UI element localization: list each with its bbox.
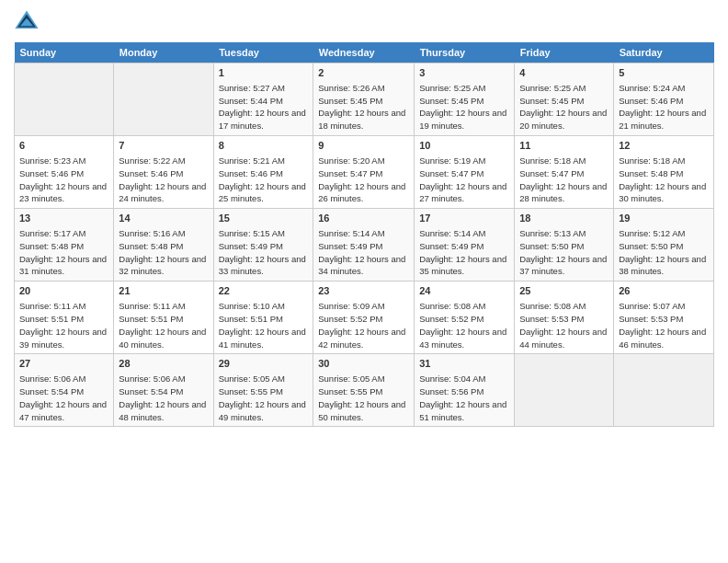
day-number: 3 — [419, 66, 509, 80]
day-number: 19 — [619, 212, 709, 225]
day-info: Sunrise: 5:04 AMSunset: 5:56 PMDaylight:… — [419, 373, 506, 421]
calendar-cell: 14 Sunrise: 5:16 AMSunset: 5:48 PMDaylig… — [114, 209, 213, 282]
day-info: Sunrise: 5:22 AMSunset: 5:46 PMDaylight:… — [119, 155, 206, 203]
day-number: 21 — [119, 284, 208, 298]
calendar-cell: 31 Sunrise: 5:04 AMSunset: 5:56 PMDaylig… — [415, 354, 515, 427]
calendar-cell: 22 Sunrise: 5:10 AMSunset: 5:51 PMDaylig… — [213, 282, 313, 354]
day-number: 27 — [19, 357, 108, 371]
day-info: Sunrise: 5:05 AMSunset: 5:55 PMDaylight:… — [219, 373, 306, 421]
calendar-cell: 30 Sunrise: 5:05 AMSunset: 5:55 PMDaylig… — [313, 354, 415, 427]
day-info: Sunrise: 5:25 AMSunset: 5:45 PMDaylight:… — [419, 83, 506, 131]
day-number: 13 — [19, 212, 108, 225]
calendar-cell: 26 Sunrise: 5:07 AMSunset: 5:53 PMDaylig… — [614, 282, 714, 354]
calendar-cell: 3 Sunrise: 5:25 AMSunset: 5:45 PMDayligh… — [415, 63, 515, 136]
calendar-cell: 24 Sunrise: 5:08 AMSunset: 5:52 PMDaylig… — [415, 282, 515, 354]
calendar-cell: 29 Sunrise: 5:05 AMSunset: 5:55 PMDaylig… — [213, 354, 313, 427]
logo-icon — [14, 9, 40, 35]
weekday-header: Monday — [114, 42, 213, 63]
day-number: 26 — [619, 284, 709, 298]
calendar-cell: 13 Sunrise: 5:17 AMSunset: 5:48 PMDaylig… — [15, 209, 114, 282]
day-number: 10 — [419, 139, 509, 153]
calendar-cell: 9 Sunrise: 5:20 AMSunset: 5:47 PMDayligh… — [313, 136, 415, 209]
day-number: 22 — [219, 284, 309, 298]
day-info: Sunrise: 5:13 AMSunset: 5:50 PMDaylight:… — [519, 228, 607, 276]
logo — [14, 9, 41, 35]
day-number: 7 — [119, 139, 208, 153]
calendar-week-row: 13 Sunrise: 5:17 AMSunset: 5:48 PMDaylig… — [15, 209, 714, 282]
calendar-cell: 21 Sunrise: 5:11 AMSunset: 5:51 PMDaylig… — [114, 282, 213, 354]
day-info: Sunrise: 5:06 AMSunset: 5:54 PMDaylight:… — [119, 373, 206, 421]
day-number: 20 — [19, 284, 108, 298]
day-info: Sunrise: 5:21 AMSunset: 5:46 PMDaylight:… — [219, 155, 306, 203]
calendar-cell: 23 Sunrise: 5:09 AMSunset: 5:52 PMDaylig… — [313, 282, 415, 354]
day-info: Sunrise: 5:27 AMSunset: 5:44 PMDaylight:… — [219, 83, 306, 131]
calendar-table: SundayMondayTuesdayWednesdayThursdayFrid… — [14, 42, 714, 427]
day-number: 9 — [318, 139, 409, 153]
header — [14, 9, 714, 35]
day-info: Sunrise: 5:24 AMSunset: 5:46 PMDaylight:… — [619, 83, 706, 131]
day-info: Sunrise: 5:05 AMSunset: 5:55 PMDaylight:… — [318, 373, 405, 421]
day-info: Sunrise: 5:26 AMSunset: 5:45 PMDaylight:… — [318, 83, 405, 131]
day-number: 4 — [519, 66, 609, 80]
calendar-cell: 4 Sunrise: 5:25 AMSunset: 5:45 PMDayligh… — [515, 63, 614, 136]
calendar-cell: 25 Sunrise: 5:08 AMSunset: 5:53 PMDaylig… — [515, 282, 614, 354]
calendar-cell: 8 Sunrise: 5:21 AMSunset: 5:46 PMDayligh… — [213, 136, 313, 209]
day-number: 16 — [318, 212, 409, 225]
day-info: Sunrise: 5:14 AMSunset: 5:49 PMDaylight:… — [318, 228, 405, 276]
day-number: 8 — [219, 139, 309, 153]
day-number: 12 — [619, 139, 709, 153]
calendar-cell: 27 Sunrise: 5:06 AMSunset: 5:54 PMDaylig… — [15, 354, 114, 427]
weekday-header: Wednesday — [313, 42, 415, 63]
calendar-cell: 2 Sunrise: 5:26 AMSunset: 5:45 PMDayligh… — [313, 63, 415, 136]
calendar-cell — [515, 354, 614, 427]
calendar-cell: 5 Sunrise: 5:24 AMSunset: 5:46 PMDayligh… — [614, 63, 714, 136]
calendar-cell: 6 Sunrise: 5:23 AMSunset: 5:46 PMDayligh… — [15, 136, 114, 209]
day-number: 18 — [519, 212, 609, 225]
day-number: 24 — [419, 284, 509, 298]
calendar-cell: 20 Sunrise: 5:11 AMSunset: 5:51 PMDaylig… — [15, 282, 114, 354]
calendar-cell: 16 Sunrise: 5:14 AMSunset: 5:49 PMDaylig… — [313, 209, 415, 282]
weekday-header: Saturday — [614, 42, 714, 63]
weekday-header: Thursday — [415, 42, 515, 63]
day-number: 2 — [318, 66, 409, 80]
day-number: 15 — [219, 212, 309, 225]
day-number: 6 — [19, 139, 108, 153]
day-info: Sunrise: 5:14 AMSunset: 5:49 PMDaylight:… — [419, 228, 506, 276]
day-info: Sunrise: 5:07 AMSunset: 5:53 PMDaylight:… — [619, 301, 706, 349]
calendar-header-row: SundayMondayTuesdayWednesdayThursdayFrid… — [15, 42, 714, 63]
day-number: 31 — [419, 357, 509, 371]
day-number: 28 — [119, 357, 208, 371]
calendar-cell: 28 Sunrise: 5:06 AMSunset: 5:54 PMDaylig… — [114, 354, 213, 427]
calendar-cell — [614, 354, 714, 427]
page-container: SundayMondayTuesdayWednesdayThursdayFrid… — [0, 0, 728, 436]
calendar-cell: 10 Sunrise: 5:19 AMSunset: 5:47 PMDaylig… — [415, 136, 515, 209]
calendar-cell: 18 Sunrise: 5:13 AMSunset: 5:50 PMDaylig… — [515, 209, 614, 282]
weekday-header: Friday — [515, 42, 614, 63]
day-info: Sunrise: 5:16 AMSunset: 5:48 PMDaylight:… — [119, 228, 206, 276]
calendar-cell — [15, 63, 114, 136]
calendar-cell: 15 Sunrise: 5:15 AMSunset: 5:49 PMDaylig… — [213, 209, 313, 282]
day-info: Sunrise: 5:19 AMSunset: 5:47 PMDaylight:… — [419, 155, 506, 203]
day-number: 25 — [519, 284, 609, 298]
day-info: Sunrise: 5:08 AMSunset: 5:53 PMDaylight:… — [519, 301, 607, 349]
day-info: Sunrise: 5:18 AMSunset: 5:48 PMDaylight:… — [619, 155, 706, 203]
day-number: 1 — [219, 66, 309, 80]
day-number: 17 — [419, 212, 509, 225]
calendar-cell: 1 Sunrise: 5:27 AMSunset: 5:44 PMDayligh… — [213, 63, 313, 136]
calendar-cell: 12 Sunrise: 5:18 AMSunset: 5:48 PMDaylig… — [614, 136, 714, 209]
calendar-cell: 7 Sunrise: 5:22 AMSunset: 5:46 PMDayligh… — [114, 136, 213, 209]
day-number: 11 — [519, 139, 609, 153]
day-number: 30 — [318, 357, 409, 371]
weekday-header: Tuesday — [213, 42, 313, 63]
calendar-week-row: 6 Sunrise: 5:23 AMSunset: 5:46 PMDayligh… — [15, 136, 714, 209]
day-info: Sunrise: 5:11 AMSunset: 5:51 PMDaylight:… — [119, 301, 206, 349]
day-info: Sunrise: 5:15 AMSunset: 5:49 PMDaylight:… — [219, 228, 306, 276]
calendar-week-row: 27 Sunrise: 5:06 AMSunset: 5:54 PMDaylig… — [15, 354, 714, 427]
calendar-cell: 17 Sunrise: 5:14 AMSunset: 5:49 PMDaylig… — [415, 209, 515, 282]
day-info: Sunrise: 5:25 AMSunset: 5:45 PMDaylight:… — [519, 83, 607, 131]
day-info: Sunrise: 5:09 AMSunset: 5:52 PMDaylight:… — [318, 301, 405, 349]
calendar-cell: 11 Sunrise: 5:18 AMSunset: 5:47 PMDaylig… — [515, 136, 614, 209]
day-info: Sunrise: 5:08 AMSunset: 5:52 PMDaylight:… — [419, 301, 506, 349]
day-number: 5 — [619, 66, 709, 80]
calendar-week-row: 20 Sunrise: 5:11 AMSunset: 5:51 PMDaylig… — [15, 282, 714, 354]
